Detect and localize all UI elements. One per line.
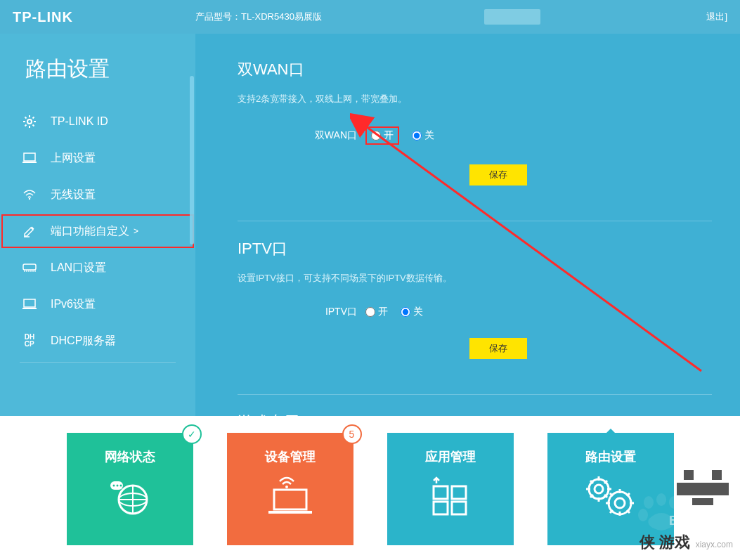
- sidebar-item-port-custom[interactable]: 端口功能自定义 >: [0, 213, 195, 249]
- section-divider: [238, 221, 712, 221]
- product-model-label: 产品型号：TL-XDR5430易展版: [195, 11, 322, 23]
- bottom-tiles: ✓ 网络状态 5 设备管理 应用管理 路由设置: [0, 416, 740, 560]
- main-area: 路由设置 TP-LINK ID 上网设置 无线设置 端口功能自定义 > LAN口…: [0, 34, 740, 416]
- laptop-icon: [21, 150, 38, 167]
- sidebar-item-label: IPv6设置: [51, 297, 96, 312]
- svg-rect-1: [24, 153, 35, 161]
- svg-rect-16: [434, 502, 448, 514]
- svg-rect-15: [452, 486, 466, 499]
- sidebar-item-internet[interactable]: 上网设置: [0, 140, 195, 176]
- sidebar-item-label: LAN口设置: [51, 261, 106, 275]
- sidebar-item-lan[interactable]: LAN口设置: [0, 249, 195, 286]
- username-blurred: [484, 9, 540, 25]
- pixel-mascot: [677, 470, 733, 512]
- section-desc: 支持2条宽带接入，双线上网，带宽叠加。: [238, 93, 740, 105]
- sidebar-item-label: 上网设置: [51, 151, 96, 166]
- radio-wan-on[interactable]: 开: [365, 126, 399, 145]
- tile-title: 应用管理: [425, 448, 476, 465]
- section-title: IPTV口: [238, 238, 740, 259]
- svg-rect-14: [434, 486, 448, 499]
- section-iptv: IPTV口 设置IPTV接口，可支持不同场景下的IPTV数据传输。 IPTV口 …: [238, 238, 740, 373]
- svg-point-25: [638, 509, 648, 521]
- save-button-iptv[interactable]: 保存: [469, 338, 527, 359]
- sidebar-item-label: TP-LINK ID: [51, 115, 108, 128]
- svg-point-11: [119, 484, 122, 486]
- tile-network-status[interactable]: ✓ 网络状态: [67, 433, 193, 545]
- header-bar: TP-LINK 产品型号：TL-XDR5430易展版 退出]: [0, 0, 740, 34]
- svg-point-22: [644, 496, 654, 509]
- laptop-icon: [21, 296, 38, 313]
- tile-title: 设备管理: [265, 448, 316, 465]
- svg-point-18: [595, 485, 603, 493]
- logout-link[interactable]: 退出]: [706, 11, 727, 23]
- svg-point-20: [615, 498, 625, 508]
- save-button-wan[interactable]: 保存: [469, 164, 527, 185]
- gears-icon: [586, 475, 635, 517]
- svg-rect-13: [274, 490, 306, 509]
- check-badge-icon: ✓: [182, 424, 202, 444]
- radio-iptv-on[interactable]: 开: [365, 306, 388, 318]
- sidebar-item-label: 端口功能自定义: [51, 224, 129, 239]
- svg-rect-17: [452, 502, 466, 514]
- section-divider: [238, 394, 712, 395]
- laptop-wifi-icon: [266, 475, 315, 517]
- radio-group-wan: 开 关: [365, 126, 434, 145]
- tile-title: 网络状态: [105, 448, 155, 465]
- svg-point-0: [27, 119, 32, 124]
- sidebar-item-tplinkid[interactable]: TP-LINK ID: [0, 103, 195, 140]
- form-label: 双WAN口: [238, 129, 357, 142]
- wifi-icon: [21, 186, 38, 203]
- radio-label: 关: [413, 306, 423, 318]
- chevron-right-icon: >: [134, 226, 138, 236]
- sidebar: 路由设置 TP-LINK ID 上网设置 无线设置 端口功能自定义 > LAN口…: [0, 34, 195, 416]
- section-dual-wan: 双WAN口 支持2条宽带接入，双线上网，带宽叠加。 双WAN口 开 关 保存: [238, 59, 740, 200]
- svg-point-23: [656, 493, 666, 506]
- gear-icon: [21, 113, 38, 130]
- sidebar-item-dhcp[interactable]: DHCP DHCP服务器: [0, 323, 195, 359]
- radio-wan-off[interactable]: 关: [412, 129, 434, 142]
- radio-label: 关: [424, 129, 434, 142]
- svg-point-12: [285, 486, 288, 488]
- svg-point-9: [112, 484, 115, 486]
- brand-logo: TP-LINK: [13, 9, 195, 25]
- form-row-wan: 双WAN口 开 关: [238, 126, 740, 145]
- radio-group-iptv: 开 关: [365, 306, 423, 318]
- section-title: 双WAN口: [238, 59, 740, 80]
- svg-point-10: [116, 484, 118, 486]
- sidebar-title: 路由设置: [0, 55, 195, 103]
- radio-label: 开: [378, 306, 388, 318]
- content-pane: 双WAN口 支持2条宽带接入，双线上网，带宽叠加。 双WAN口 开 关 保存: [195, 34, 740, 416]
- sidebar-item-ipv6[interactable]: IPv6设置: [0, 286, 195, 323]
- radio-iptv-off[interactable]: 关: [401, 306, 423, 318]
- radio-input[interactable]: [371, 131, 381, 141]
- form-label: IPTV口: [238, 306, 357, 318]
- ethernet-icon: [21, 259, 38, 276]
- tile-device-manage[interactable]: 5 设备管理: [227, 433, 353, 545]
- tile-title: 路由设置: [585, 448, 636, 465]
- count-badge: 5: [342, 424, 362, 444]
- section-desc: 设置IPTV接口，可支持不同场景下的IPTV数据传输。: [238, 272, 740, 285]
- radio-input[interactable]: [401, 307, 410, 317]
- sidebar-item-wireless[interactable]: 无线设置: [0, 176, 195, 213]
- sidebar-scrollbar[interactable]: [190, 76, 194, 245]
- sidebar-item-label: 无线设置: [51, 188, 96, 202]
- svg-point-2: [29, 198, 30, 200]
- tile-app-manage[interactable]: 应用管理: [387, 433, 514, 545]
- svg-rect-3: [23, 264, 36, 270]
- svg-rect-4: [24, 299, 35, 307]
- sidebar-divider: [20, 362, 176, 363]
- dhcp-icon: DHCP: [21, 332, 38, 349]
- form-row-iptv: IPTV口 开 关: [238, 306, 740, 318]
- sidebar-item-label: DHCP服务器: [51, 334, 116, 349]
- apps-grid-icon: [426, 475, 475, 517]
- site-watermark: 侠 游戏 xiayx.com: [640, 532, 733, 553]
- radio-input[interactable]: [365, 307, 375, 317]
- pencil-icon: [21, 223, 38, 240]
- radio-input[interactable]: [412, 131, 422, 141]
- globe-icon: [105, 475, 155, 517]
- radio-label: 开: [384, 129, 394, 142]
